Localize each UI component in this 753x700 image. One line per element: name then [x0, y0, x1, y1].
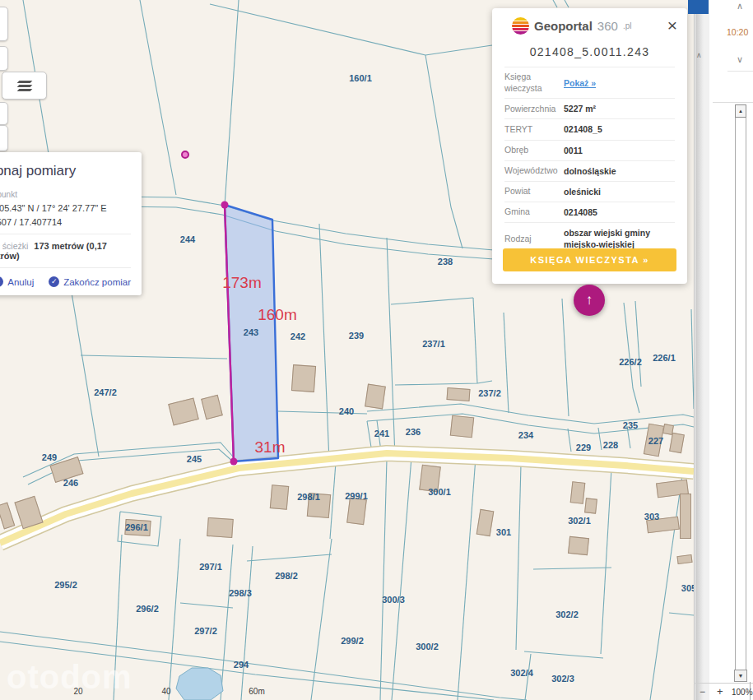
info-row-value: dolnośląskie [564, 165, 616, 177]
zoom-out-button[interactable]: − [700, 686, 705, 698]
cancel-icon: × [0, 276, 3, 287]
building [450, 415, 474, 438]
parcel-number-label: 298/3 [229, 588, 252, 598]
building [270, 484, 289, 510]
parcel-boundary [458, 457, 476, 700]
parcel-number-label: 227 [648, 436, 663, 446]
parcel-boundary [311, 539, 332, 700]
info-row-value: 0011 [564, 145, 583, 156]
info-row: Gmina0214085 [504, 202, 675, 223]
divider [713, 102, 753, 103]
parcel-boundary [568, 429, 571, 452]
parcel-boundary [635, 301, 641, 387]
info-row-label: Obręb [504, 145, 559, 156]
info-row-label: Powiat [504, 186, 559, 197]
parcel-number-label: 298/1 [297, 492, 320, 502]
chevron-down-icon[interactable]: ∨ [737, 54, 743, 65]
otodom-watermark: otodom [7, 659, 132, 696]
parcel-number-label: 228 [603, 440, 618, 450]
scrollbar-up-button[interactable]: ▲ [735, 104, 746, 118]
map-tool-button[interactable] [0, 7, 8, 41]
pond [176, 668, 223, 700]
building [680, 494, 691, 539]
timestamp: 10:20 [727, 27, 748, 37]
parcel-number-label: 300/3 [382, 595, 405, 605]
chevron-up-icon: ∧ [696, 51, 702, 59]
coords-decimal: 51.351507 / 17.407714 [0, 217, 131, 227]
scale-tick-label: 20 [73, 687, 82, 696]
parcel-boundary [504, 313, 509, 413]
parcel-boundary [562, 299, 569, 416]
building [291, 364, 316, 392]
parcel-boundary [330, 462, 336, 539]
parcel-boundary [210, 4, 425, 55]
layers-tool-button[interactable] [2, 72, 47, 100]
parcel-boundary [691, 309, 694, 409]
parcel-number-label: 302/4 [510, 668, 533, 678]
chevron-up-icon[interactable]: ∧ [737, 1, 743, 12]
parcel-boundary [180, 603, 233, 608]
parcel-number-label: 237/1 [422, 339, 445, 349]
parcel-boundary [169, 539, 180, 700]
parcel-boundary [624, 303, 633, 388]
parcel-boundary [241, 546, 253, 700]
dropdown-button[interactable]: ▼ [734, 670, 747, 682]
parcel-boundary [601, 469, 611, 654]
ksiega-wieczysta-button[interactable]: KSIĘGA WIECZYSTA » [503, 248, 676, 271]
zoom-level: 100% [732, 688, 753, 697]
check-icon: ✓ [49, 276, 59, 287]
parcel-boundary [533, 568, 611, 569]
parcel-number-label: 236 [406, 427, 421, 437]
info-row-value: oleśnicki [564, 186, 601, 197]
map-tool-button[interactable] [0, 125, 8, 151]
parcel-number-label: 246 [63, 478, 78, 488]
parcel-number-label: 297/2 [194, 626, 217, 636]
parcel-number-label: 294 [234, 660, 249, 670]
parcel-info-popup: Geoportal 360 .pl × 021408_5.0011.243 Ks… [492, 8, 687, 284]
building [447, 387, 471, 401]
brand-name: Geoportal [534, 19, 593, 33]
cancel-measure-button[interactable]: × Anuluj [0, 276, 34, 287]
finish-measure-button[interactable]: ✓ Zakończ pomiar [49, 276, 131, 287]
parcel-number-label: 239 [349, 331, 364, 341]
vertical-scrollbar[interactable] [735, 118, 746, 670]
page-scrollbar-track[interactable] [695, 0, 709, 700]
info-row-label: Powierzchnia [504, 104, 559, 115]
zoom-in-button[interactable]: + [717, 685, 723, 698]
parcel-number-label: 298/2 [275, 571, 298, 581]
parcel-number-label: 243 [244, 327, 258, 337]
scale-tick-label: 60m [249, 687, 264, 696]
parcel-number-label: 299/1 [345, 491, 368, 501]
map-tool-button[interactable] [0, 102, 8, 125]
close-icon[interactable]: × [667, 16, 677, 34]
finish-label: Zakończ pomiar [63, 277, 131, 287]
parcel-number-label: 302/1 [568, 516, 591, 526]
parcel-boundary [425, 45, 492, 55]
map-tool-button[interactable] [0, 46, 8, 71]
info-row: Księga wieczystaPokaż » [504, 67, 675, 99]
measurement-point [221, 202, 229, 209]
divider [0, 267, 131, 268]
parcel-boundary [565, 0, 569, 7]
parcel-boundary [392, 457, 411, 700]
info-row: Powiatoleśnicki [504, 182, 675, 202]
parcel-boundary [473, 298, 477, 383]
parcel-number-label: 237/2 [478, 388, 501, 398]
parcel-number-label: 300/2 [416, 642, 439, 651]
parcel-number-label: 303 [644, 512, 659, 522]
measurement-label: 173m [222, 274, 262, 292]
parcel-number-label: 301 [496, 527, 511, 537]
browser-tab-fragment [688, 0, 709, 14]
parcel-boundary [367, 404, 694, 424]
parcel-number-label: 245 [187, 454, 202, 464]
building [584, 498, 597, 513]
parcel-number-label: 299/2 [341, 636, 364, 646]
parcel-number-label: 296/2 [136, 604, 159, 614]
parcel-number-label: 240 [339, 406, 354, 416]
parcel-boundary [553, 0, 557, 7]
parcel-number-label: 242 [291, 331, 305, 341]
scroll-up-fab[interactable]: ↑ [574, 285, 605, 316]
info-row-value: 021408_5 [564, 123, 602, 135]
building [207, 517, 234, 538]
pokaz-link[interactable]: Pokaż » [564, 77, 596, 89]
